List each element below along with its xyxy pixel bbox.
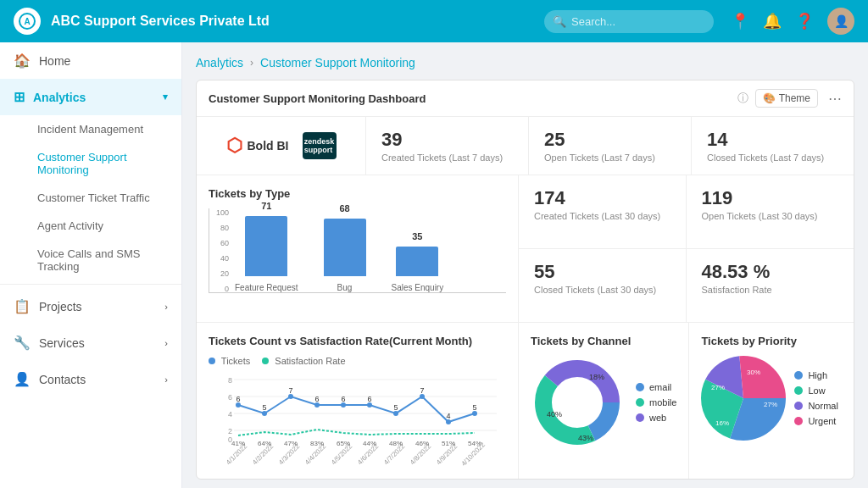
stats-7days: 39 Created Tickets (Last 7 days) 25 Open… — [366, 117, 854, 175]
search-wrap: 🔍 — [544, 10, 714, 33]
donut-legend: email mobile web — [636, 382, 676, 423]
y-tick: 60 — [220, 239, 229, 247]
sidebar-item-aa[interactable]: Agent Activity — [37, 212, 181, 240]
urgent-legend-dot — [794, 417, 803, 425]
panel-body: ⬡ Bold BI zendesksupport 39 Created Ti — [197, 117, 854, 479]
y-tick: 20 — [220, 269, 229, 278]
mobile-legend-dot — [636, 398, 644, 407]
app-logo: A — [14, 8, 41, 35]
web-legend-dot — [636, 413, 644, 422]
sidebar-item-home[interactable]: 🏠 Home — [0, 42, 181, 79]
chevron-right-icon: › — [164, 302, 168, 312]
bar-bug: 68 — [324, 219, 366, 276]
legend-low: Low — [794, 385, 837, 396]
sidebar-item-analytics[interactable]: ⊞ Analytics ▾ — [0, 79, 181, 115]
stat-number: 14 — [707, 129, 838, 151]
line-chart-area: Tickets Count vs Satisfaction Rate(Curre… — [197, 323, 519, 479]
bar-chart-inner: 71 Feature Request 68 — [209, 208, 506, 293]
stat-created-7: 39 Created Tickets (Last 7 days) — [366, 117, 529, 175]
bar-label-feature: Feature Request — [235, 283, 298, 292]
sidebar-item-incident[interactable]: Incident Management — [37, 115, 181, 143]
svg-text:46%: 46% — [415, 440, 429, 447]
bottom-section: Tickets Count vs Satisfaction Rate(Curre… — [197, 323, 854, 479]
line-chart-title: Tickets Count vs Satisfaction Rate(Curre… — [209, 335, 506, 347]
search-icon: 🔍 — [553, 15, 566, 28]
home-icon: 🏠 — [14, 53, 31, 69]
svg-text:18%: 18% — [589, 373, 604, 381]
stat-open-30: 119 Open Tickets (Last 30 days) — [687, 175, 854, 249]
help-icon[interactable]: ❓ — [795, 12, 814, 30]
bar-chart: 100 80 60 40 20 0 — [209, 208, 506, 310]
sidebar-home-label: Home — [39, 54, 70, 68]
legend-mobile: mobile — [636, 397, 676, 408]
stat-label: Satisfaction Rate — [702, 285, 839, 295]
theme-button[interactable]: 🎨 Theme — [755, 89, 818, 108]
stat-label: Closed Tickets (Last 7 days) — [707, 152, 838, 163]
svg-text:5: 5 — [393, 403, 398, 412]
header: A ABC Support Services Private Ltd 🔍 📍 🔔… — [0, 0, 868, 42]
svg-text:6: 6 — [367, 395, 371, 403]
svg-text:6: 6 — [236, 395, 240, 403]
y-tick: 80 — [220, 224, 229, 232]
y-tick: 100 — [216, 208, 229, 217]
sidebar-item-vcs[interactable]: Voice Calls and SMS Tracking — [37, 240, 181, 280]
svg-text:83%: 83% — [310, 440, 324, 447]
svg-text:7: 7 — [288, 386, 292, 395]
svg-text:4: 4 — [228, 410, 232, 419]
bar-chart-area: Tickets by Type 100 80 60 40 20 0 — [197, 175, 519, 322]
bar-group-bug: 68 Bug — [324, 219, 366, 292]
analytics-icon: ⊞ — [14, 89, 25, 105]
boldbi-logo: ⬡ Bold BI — [226, 135, 289, 157]
panel-title: Customer Support Monitoring Dashboard — [209, 92, 731, 105]
bar-feature: 71 — [245, 216, 287, 276]
sidebar-analytics-label: Analytics — [33, 91, 86, 104]
donut-chart-svg: 18% 40% 43% — [531, 356, 624, 449]
chevron-right-icon2: › — [164, 338, 168, 348]
bar-sales: 35 — [396, 247, 438, 276]
stats-30days: 174 Created Tickets (Last 30 days) 119 O… — [519, 175, 854, 322]
tickets-line — [238, 396, 475, 422]
line-chart-svg: 8 6 4 2 0 — [209, 371, 501, 464]
sidebar-item-csm[interactable]: Customer Support Monitoring — [37, 143, 181, 184]
avatar[interactable]: 👤 — [827, 8, 854, 35]
sidebar-item-services[interactable]: 🔧 Services › — [0, 324, 181, 361]
pie-wrap: 30% 27% 16% 27% High — [701, 356, 842, 441]
svg-text:47%: 47% — [284, 440, 298, 447]
svg-text:5: 5 — [262, 403, 266, 412]
stat-created-30: 174 Created Tickets (Last 30 days) — [519, 175, 687, 249]
sidebar-item-ctt[interactable]: Customer Ticket Traffic — [37, 184, 181, 212]
bar-label-sales: Sales Enquiry — [392, 283, 444, 292]
sidebar: 🏠 Home ⊞ Analytics ▾ Incident Management… — [0, 42, 182, 488]
sidebar-item-projects[interactable]: 📋 Projects › — [0, 288, 181, 324]
svg-text:A: A — [24, 17, 30, 26]
sat-legend-dot — [262, 358, 269, 364]
pie-chart-svg: 30% 27% 16% 27% — [701, 356, 786, 441]
location-icon[interactable]: 📍 — [731, 12, 749, 30]
svg-text:51%: 51% — [442, 440, 455, 447]
breadcrumb-current: Customer Support Monitoring — [260, 56, 415, 69]
palette-icon: 🎨 — [763, 92, 776, 104]
sidebar-divider — [0, 284, 181, 285]
search-input[interactable] — [544, 10, 714, 33]
chevron-down-icon: ▾ — [163, 92, 168, 103]
info-icon: ⓘ — [737, 91, 748, 106]
breadcrumb: Analytics › Customer Support Monitoring — [196, 56, 854, 69]
more-options-button[interactable]: ⋯ — [828, 91, 842, 107]
tickets-legend-item: Tickets — [209, 356, 250, 366]
stat-label: Open Tickets (Last 7 days) — [544, 152, 676, 163]
breadcrumb-analytics[interactable]: Analytics — [196, 56, 243, 69]
svg-text:16%: 16% — [715, 419, 729, 427]
dashboard-panel: Customer Support Monitoring Dashboard ⓘ … — [196, 80, 854, 480]
notification-icon[interactable]: 🔔 — [763, 12, 782, 30]
y-tick: 0 — [225, 285, 229, 293]
mid-section: Tickets by Type 100 80 60 40 20 0 — [197, 175, 854, 323]
header-icons: 📍 🔔 ❓ 👤 — [731, 8, 854, 35]
sidebar-contacts-label: Contacts — [39, 373, 86, 386]
svg-text:8: 8 — [228, 376, 232, 385]
chevron-right-icon3: › — [164, 374, 168, 385]
bar-val: 68 — [339, 203, 349, 214]
email-legend-dot — [636, 383, 644, 391]
legend-email: email — [636, 382, 676, 392]
app-title: ABC Support Services Private Ltd — [51, 14, 534, 29]
sidebar-item-contacts[interactable]: 👤 Contacts › — [0, 361, 181, 397]
